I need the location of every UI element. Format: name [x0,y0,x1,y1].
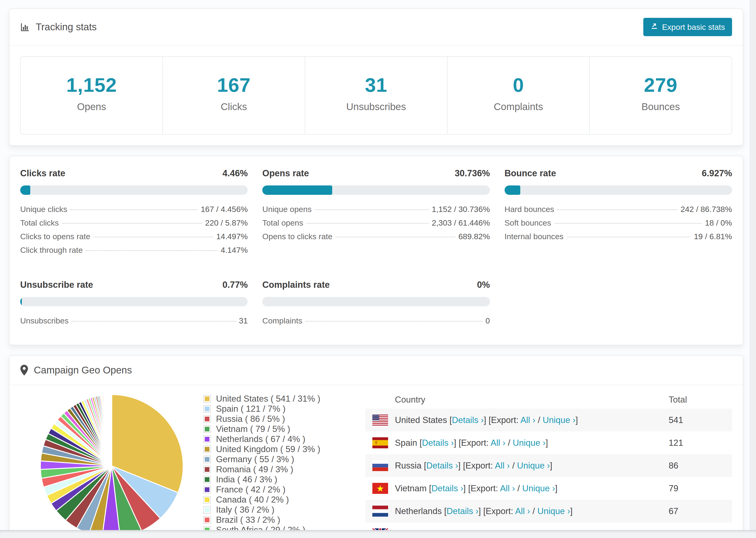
tracking-stats-card: Tracking stats Export basic stats 1,152O… [9,9,743,146]
rate-detail-value: 242 / 86.738% [681,205,732,214]
legend-label: Canada ( 40 / 2% ) [216,495,289,505]
dotted-leader [336,237,455,237]
geo-opens-body: United States ( 541 / 31% )Spain ( 121 /… [9,385,743,538]
rate-detail-value: 18 / 0% [705,218,732,228]
export-basic-stats-button[interactable]: Export basic stats [643,18,732,36]
legend-swatch [203,486,211,493]
export-button-label: Export basic stats [662,23,725,32]
legend-label: Vietnam ( 79 / 5% ) [216,424,290,434]
rate-panel-unsubscribe-rate: Unsubscribe rate0.77%Unsubscribes31 [20,280,248,330]
dotted-leader [567,237,690,237]
rate-detail-label: Click through rate [20,245,82,255]
geo-row-links: Netherlands [Details ›] [Export: All › /… [395,506,669,516]
page-scrollbar-gutter[interactable] [749,0,756,538]
rate-detail-label: Hard bounces [505,205,554,214]
rates-card: Clicks rate4.46%Unique clicks167 / 4.456… [9,156,743,345]
legend-item-germany: Germany ( 55 / 3% ) [203,454,365,464]
details-link[interactable]: Details › [432,484,463,493]
geo-opens-pie-chart[interactable] [37,392,186,538]
rate-detail-value: 1,152 / 30.736% [432,205,490,214]
legend-swatch [203,435,211,443]
rate-detail-value: 19 / 6.81% [694,232,732,241]
flag-netherlands-icon [372,506,388,517]
flag-spain-icon [372,437,388,448]
dotted-leader [305,321,482,322]
geo-table-row-netherlands: Netherlands [Details ›] [Export: All › /… [365,500,732,522]
rate-panel-complaints-rate: Complaints rate0%Complaints0 [262,280,490,330]
legend-swatch [203,466,211,473]
details-link[interactable]: Details › [452,415,484,425]
details-link[interactable]: Details › [422,438,454,448]
rate-progress-fill [20,297,22,306]
export-unique-link[interactable]: Unique › [517,461,550,470]
legend-swatch [203,506,211,513]
legend-item-romania: Romania ( 49 / 3% ) [203,464,365,474]
geo-pie-legend: United States ( 541 / 31% )Spain ( 121 /… [203,391,365,538]
rate-detail-row: Hard bounces242 / 86.738% [505,205,732,218]
tracking-stats-header: Tracking stats Export basic stats [9,9,743,45]
rate-detail-row: Unique opens1,152 / 30.736% [262,205,490,218]
export-all-link[interactable]: All › [520,415,536,425]
rate-detail-label: Unique opens [262,205,311,214]
export-unique-link[interactable]: Unique › [513,438,546,448]
rate-panel-opens-rate: Opens rate30.736%Unique opens1,152 / 30.… [262,168,490,259]
export-all-link[interactable]: All › [500,484,515,493]
rate-progress-bar [262,186,490,195]
geo-row-links: Vietnam [Details ›] [Export: All › / Uni… [395,484,669,493]
geo-table-header-total: Total [669,395,732,405]
legend-item-vietnam: Vietnam ( 79 / 5% ) [203,424,365,434]
legend-swatch [203,456,211,463]
pie-slice[interactable] [111,395,112,466]
export-all-link[interactable]: All › [495,461,510,470]
dotted-leader [62,223,202,224]
legend-swatch [203,446,211,453]
rate-detail-label: Clicks to opens rate [20,232,90,241]
export-all-link[interactable]: All › [515,506,530,516]
rate-detail-value: 31 [239,316,248,325]
geo-row-total: 541 [669,415,732,425]
rate-panel-title: Complaints rate [262,280,330,290]
rate-panel-clicks-rate: Clicks rate4.46%Unique clicks167 / 4.456… [20,168,248,259]
map-pin-icon [20,365,28,376]
legend-label: Russia ( 86 / 5% ) [216,414,285,424]
dotted-leader [71,209,197,210]
export-unique-link[interactable]: Unique › [537,506,570,516]
geo-opens-title: Campaign Geo Opens [20,364,132,376]
geo-row-links: Spain [Details ›] [Export: All › / Uniqu… [395,438,669,448]
stat-label: Opens [21,101,162,112]
geo-table-row-russia: Russia [Details ›] [Export: All › / Uniq… [365,454,732,477]
legend-label: Brazil ( 33 / 2% ) [216,515,280,525]
geo-row-total: 86 [669,461,732,471]
geo-row-total: 79 [669,484,732,493]
export-unique-link[interactable]: Unique › [543,415,575,425]
legend-swatch [203,405,211,413]
stat-box-bounces: 279Bounces [589,57,731,134]
legend-swatch [203,476,211,483]
stat-label: Unsubscribes [305,101,447,112]
details-link[interactable]: Details › [426,461,458,470]
legend-swatch [203,516,211,524]
export-unique-link[interactable]: Unique › [522,484,555,493]
legend-item-italy: Italy ( 36 / 2% ) [203,505,365,515]
stat-value: 1,152 [21,74,162,96]
legend-item-brazil: Brazil ( 33 / 2% ) [203,515,365,525]
geo-table-row-vietnam: Vietnam [Details ›] [Export: All › / Uni… [365,477,732,500]
geo-table-header-country: Country [365,395,669,405]
rate-detail-row: Complaints0 [262,316,490,330]
rate-detail-row: Soft bounces18 / 0% [505,218,732,232]
rate-detail-row: Click through rate4.147% [20,245,248,259]
export-all-link[interactable]: All › [490,438,506,448]
legend-label: Netherlands ( 67 / 4% ) [216,434,305,444]
geo-pie-wrap [20,391,203,538]
legend-label: United Kingdom ( 59 / 3% ) [216,444,320,454]
dotted-leader [72,321,236,322]
details-link[interactable]: Details › [447,506,478,516]
legend-swatch [203,425,211,433]
rate-detail-label: Complaints [262,316,302,325]
flag-vietnam-icon [372,483,388,494]
legend-label: United States ( 541 / 31% ) [216,394,320,404]
rate-detail-label: Total clicks [20,218,59,228]
geo-row-links: Russia [Details ›] [Export: All › / Uniq… [395,461,669,471]
rate-detail-row: Unique clicks167 / 4.456% [20,205,248,218]
rate-panel-percent: 0.77% [223,280,248,290]
